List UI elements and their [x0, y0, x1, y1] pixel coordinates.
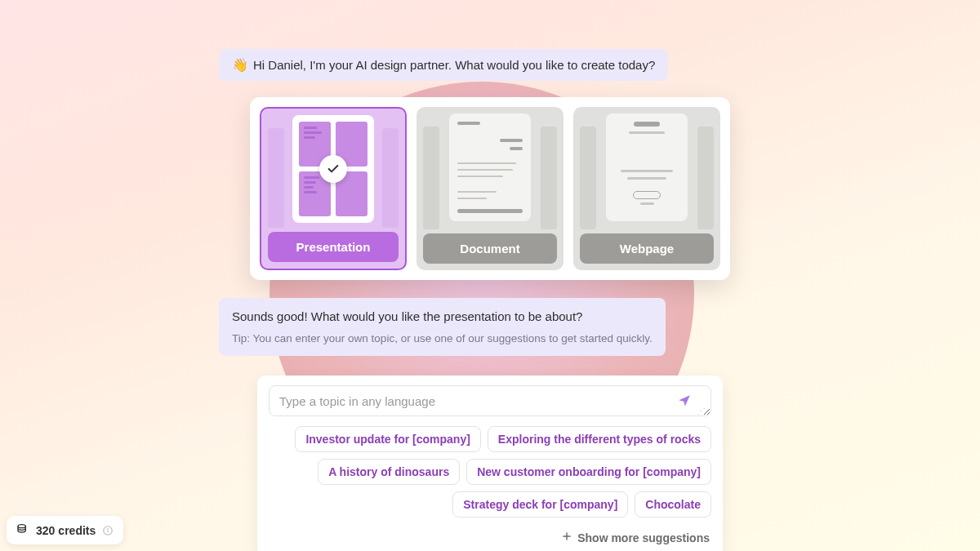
topic-input-container[interactable]: ⋰	[269, 385, 711, 416]
assistant-greeting-bubble: 👋 Hi Daniel, I'm your AI design partner.…	[219, 49, 668, 81]
suggestion-chips: Investor update for [company] Exploring …	[269, 426, 711, 518]
suggestion-chip[interactable]: Investor update for [company]	[295, 426, 480, 452]
deck-type-presentation[interactable]: Presentation	[260, 107, 407, 270]
suggestion-chip[interactable]: Strategy deck for [company]	[452, 491, 628, 518]
show-more-label: Show more suggestions	[577, 531, 710, 544]
presentation-thumbnail	[292, 115, 374, 223]
topic-input-panel: ⋰ Investor update for [company] Explorin…	[257, 375, 723, 551]
suggestion-chip[interactable]: New customer onboarding for [company]	[466, 459, 711, 485]
followup-tip: Tip: You can enter your own topic, or us…	[232, 331, 653, 347]
assistant-followup-bubble: Sounds good! What would you like the pre…	[219, 298, 666, 356]
suggestion-chip[interactable]: Chocolate	[635, 491, 711, 518]
topic-input[interactable]	[279, 388, 674, 414]
wave-emoji: 👋	[232, 57, 248, 73]
followup-text: Sounds good! What would you like the pre…	[232, 308, 653, 326]
page-peek-left	[423, 127, 439, 229]
suggestion-chip[interactable]: A history of dinosaurs	[318, 459, 460, 485]
show-more-suggestions[interactable]: Show more suggestions	[559, 527, 711, 548]
deck-type-label: Presentation	[268, 232, 399, 262]
document-thumbnail	[449, 113, 531, 221]
slide-peek-right	[382, 128, 399, 228]
deck-type-webpage[interactable]: Webpage	[573, 107, 720, 270]
send-icon[interactable]	[674, 390, 695, 411]
plus-icon	[561, 531, 572, 544]
deck-type-picker: Presentation Document	[250, 97, 730, 280]
deck-type-label: Webpage	[580, 233, 714, 264]
deck-type-document[interactable]: Document	[416, 107, 564, 270]
resize-handle-icon: ⋰	[697, 409, 704, 414]
checkmark-icon	[319, 155, 347, 183]
page-peek-right	[541, 127, 557, 229]
deck-type-label: Document	[423, 233, 557, 264]
webpage-thumbnail	[606, 113, 688, 221]
slide-peek-left	[268, 128, 284, 228]
page-peek-right	[697, 127, 714, 229]
greeting-text: Hi Daniel, I'm your AI design partner. W…	[253, 58, 655, 72]
suggestion-chip[interactable]: Exploring the different types of rocks	[488, 426, 711, 452]
page-peek-left	[580, 127, 596, 229]
